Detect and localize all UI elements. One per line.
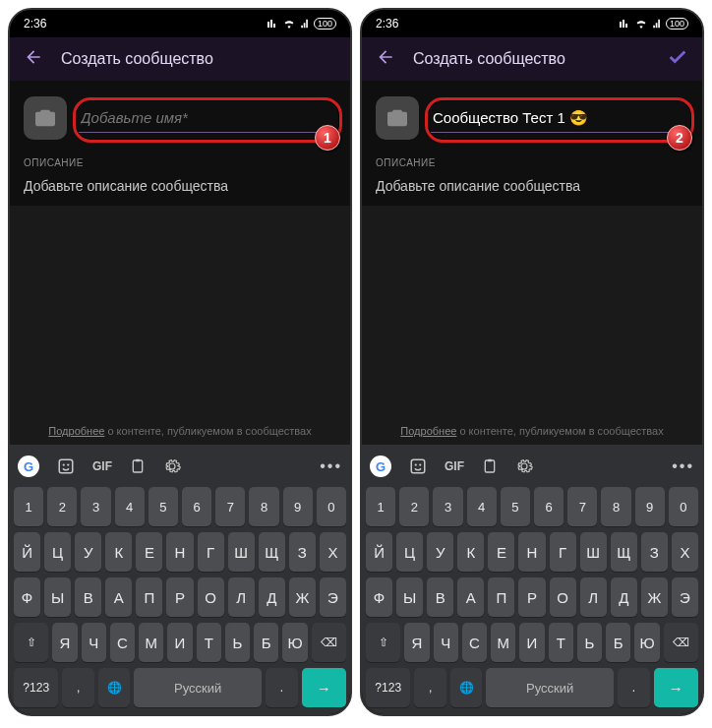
key-О[interactable]: О (550, 577, 576, 617)
key-⌫[interactable]: ⌫ (664, 623, 698, 662)
sticker-icon[interactable] (409, 457, 427, 475)
info-line[interactable]: Подробнее о контенте, публикуемом в сооб… (48, 425, 311, 437)
key-Г[interactable]: Г (550, 532, 576, 572)
key-7[interactable]: 7 (215, 487, 245, 526)
key-Русский[interactable]: Русский (486, 668, 614, 707)
key-Я[interactable]: Я (52, 623, 77, 662)
key-3[interactable]: 3 (81, 487, 110, 526)
key-Ф[interactable]: Ф (14, 577, 40, 617)
key-А[interactable]: А (457, 577, 484, 617)
key-Ц[interactable]: Ц (44, 532, 71, 572)
key-К[interactable]: К (105, 532, 132, 572)
key-8[interactable]: 8 (249, 487, 278, 526)
key-Н[interactable]: Н (166, 532, 193, 572)
settings-icon[interactable] (515, 457, 533, 475)
key-Д[interactable]: Д (259, 577, 285, 617)
key-З[interactable]: З (289, 532, 316, 572)
key-Б[interactable]: Б (606, 623, 630, 662)
key-⌫[interactable]: ⌫ (312, 623, 346, 662)
key-Д[interactable]: Д (611, 577, 637, 617)
key-Щ[interactable]: Щ (611, 532, 637, 572)
clipboard-icon[interactable] (482, 457, 498, 475)
key-Л[interactable]: Л (228, 577, 255, 617)
key-Э[interactable]: Э (672, 577, 698, 617)
key-Е[interactable]: Е (136, 532, 162, 572)
community-name-input[interactable] (79, 103, 336, 133)
key-?123[interactable]: ?123 (14, 668, 58, 707)
key-Ц[interactable]: Ц (396, 532, 423, 572)
key-Э[interactable]: Э (320, 577, 346, 617)
key-С[interactable]: С (110, 623, 135, 662)
more-icon[interactable]: ••• (672, 457, 694, 475)
key-,[interactable]: , (414, 668, 445, 707)
key-.[interactable]: . (618, 668, 649, 707)
key-Т[interactable]: Т (197, 623, 221, 662)
key-Ю[interactable]: Ю (634, 623, 659, 662)
settings-icon[interactable] (163, 457, 181, 475)
key-2[interactable]: 2 (399, 487, 429, 526)
key-0[interactable]: 0 (669, 487, 698, 526)
description-placeholder[interactable]: Добавьте описание сообщества (376, 168, 688, 198)
key-Ю[interactable]: Ю (282, 623, 307, 662)
key-Ф[interactable]: Ф (366, 577, 392, 617)
key-Ж[interactable]: Ж (289, 577, 316, 617)
more-icon[interactable]: ••• (320, 457, 342, 475)
key-О[interactable]: О (198, 577, 224, 617)
key-Б[interactable]: Б (254, 623, 278, 662)
key-Т[interactable]: Т (549, 623, 573, 662)
google-icon[interactable]: G (18, 455, 39, 477)
key-Е[interactable]: Е (488, 532, 514, 572)
key-0[interactable]: 0 (317, 487, 346, 526)
key-🌐[interactable]: 🌐 (98, 668, 130, 707)
back-button[interactable] (18, 41, 49, 77)
key-У[interactable]: У (75, 532, 101, 572)
key-🌐[interactable]: 🌐 (450, 668, 482, 707)
key-1[interactable]: 1 (366, 487, 395, 526)
key-И[interactable]: И (167, 623, 192, 662)
key-5[interactable]: 5 (501, 487, 530, 526)
add-photo-button[interactable] (24, 96, 67, 140)
key-С[interactable]: С (462, 623, 487, 662)
key-4[interactable]: 4 (115, 487, 145, 526)
key-Н[interactable]: Н (518, 532, 545, 572)
key-8[interactable]: 8 (601, 487, 630, 526)
info-line[interactable]: Подробнее о контенте, публикуемом в сооб… (400, 425, 663, 437)
key-⇧[interactable]: ⇧ (14, 623, 48, 662)
key-З[interactable]: З (641, 532, 668, 572)
confirm-button[interactable] (661, 40, 694, 78)
key-Ж[interactable]: Ж (641, 577, 668, 617)
key-7[interactable]: 7 (567, 487, 597, 526)
key-Ч[interactable]: Ч (82, 623, 106, 662)
key-⇧[interactable]: ⇧ (366, 623, 400, 662)
key-В[interactable]: В (427, 577, 453, 617)
key-А[interactable]: А (105, 577, 132, 617)
gif-button[interactable]: GIF (445, 459, 464, 473)
key-Г[interactable]: Г (198, 532, 224, 572)
key-9[interactable]: 9 (635, 487, 665, 526)
key-.[interactable]: . (266, 668, 297, 707)
google-icon[interactable]: G (370, 455, 391, 477)
key-Ь[interactable]: Ь (577, 623, 602, 662)
key-Щ[interactable]: Щ (259, 532, 285, 572)
add-photo-button[interactable] (376, 96, 419, 140)
description-placeholder[interactable]: Добавьте описание сообщества (24, 168, 336, 198)
key-→[interactable]: → (302, 668, 346, 707)
key-5[interactable]: 5 (148, 487, 178, 526)
back-button[interactable] (370, 41, 401, 77)
key-→[interactable]: → (654, 668, 698, 707)
key-Ы[interactable]: Ы (396, 577, 423, 617)
key-Р[interactable]: Р (166, 577, 193, 617)
key-Х[interactable]: Х (320, 532, 346, 572)
key-?123[interactable]: ?123 (366, 668, 410, 707)
key-Ш[interactable]: Ш (580, 532, 607, 572)
key-Ш[interactable]: Ш (228, 532, 255, 572)
key-1[interactable]: 1 (14, 487, 43, 526)
key-Л[interactable]: Л (580, 577, 607, 617)
key-Ы[interactable]: Ы (44, 577, 71, 617)
community-name-input[interactable] (431, 103, 688, 133)
key-Й[interactable]: Й (366, 532, 392, 572)
key-М[interactable]: М (491, 623, 515, 662)
key-Р[interactable]: Р (518, 577, 545, 617)
key-Ч[interactable]: Ч (434, 623, 458, 662)
key-П[interactable]: П (136, 577, 162, 617)
